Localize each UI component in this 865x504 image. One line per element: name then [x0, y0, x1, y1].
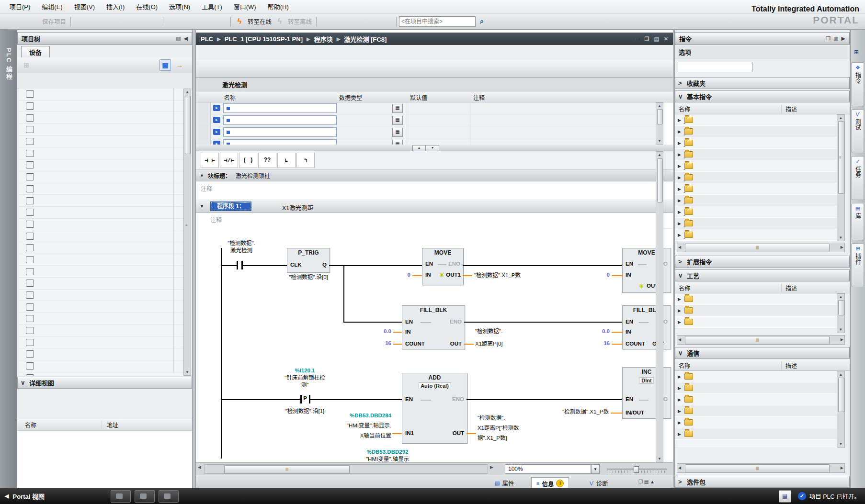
export-icon[interactable]: → [174, 59, 185, 71]
toolbar-icon[interactable] [369, 16, 381, 27]
editor-toolbar-icon[interactable] [224, 63, 236, 75]
zoom-select[interactable]: 100% [505, 464, 591, 474]
expander-icon[interactable]: ▶ [678, 233, 684, 237]
network-collapse-icon[interactable]: ▼ [200, 204, 204, 209]
expander-icon[interactable]: ▶ [678, 409, 684, 414]
block-title-row[interactable]: ▼ 块标题： 激光检测锁柱 [196, 170, 673, 181]
interface-row[interactable]: ▸ ▦ [196, 114, 656, 126]
editor-toolbar-icon[interactable] [448, 63, 460, 75]
tree-item[interactable] [19, 348, 183, 360]
block-comment-row[interactable]: 注释 [196, 181, 673, 200]
tree-item[interactable] [19, 101, 183, 112]
move1-in-value[interactable]: 0 [396, 272, 410, 278]
tab-info[interactable]: ≡信息i [531, 477, 569, 488]
toolbar-icon[interactable] [332, 16, 343, 27]
expander-icon[interactable]: ▶ [678, 308, 684, 313]
tab-properties[interactable]: ▤属性 [490, 477, 519, 488]
toolbar-icon[interactable] [99, 16, 110, 27]
menu-item[interactable]: 项目(P) [4, 0, 36, 12]
expander-icon[interactable]: ▶ [678, 152, 684, 157]
instruction-folder[interactable]: ▶ [675, 183, 837, 195]
expander-icon[interactable]: ▶ [678, 420, 684, 425]
tech-scrollbar[interactable]: ▲▼ [837, 293, 845, 333]
editor-toolbar-icon[interactable] [486, 63, 497, 75]
sort-icon[interactable]: ⊞ [21, 59, 32, 71]
menu-item[interactable]: 在线(O) [130, 0, 163, 12]
expander-icon[interactable]: ▶ [678, 374, 684, 379]
expander-icon[interactable]: ▶ [678, 320, 684, 325]
tree-item[interactable] [19, 336, 183, 348]
instruction-folder[interactable]: ▶ [675, 382, 837, 394]
memory-card-icon[interactable]: ▤ [779, 490, 791, 503]
editor-toolbar-icon[interactable] [349, 63, 360, 75]
tree-scrollbar[interactable]: ▲ ≡ ▼ [183, 89, 191, 376]
editor-toolbar-icon[interactable] [386, 63, 398, 75]
expander-icon[interactable]: ▶ [678, 432, 684, 437]
tree-item[interactable] [19, 372, 183, 376]
instruction-folder[interactable]: ▶ [675, 405, 837, 417]
instruction-folder[interactable]: ▶ [675, 114, 837, 126]
tree-item[interactable] [19, 360, 183, 372]
zoom-dropdown-icon[interactable]: ▼ [591, 464, 600, 474]
tree-item[interactable] [19, 207, 183, 219]
editor-toolbar-icon[interactable] [361, 63, 373, 75]
breadcrumb-item[interactable]: PLC_1 [CPU 1510SP-1 PN] [225, 35, 303, 43]
instruction-folder[interactable]: ▶ [675, 195, 837, 206]
expander-icon[interactable]: ▶ [678, 297, 684, 302]
toolbar-icon[interactable] [204, 16, 215, 27]
fill2-count-value[interactable]: 16 [596, 340, 610, 346]
float-icon[interactable]: ❐ [826, 35, 831, 42]
toolbar-icon[interactable] [111, 16, 123, 27]
inc-block[interactable]: INC DInt EN ENO IN/OUT [622, 367, 671, 419]
fill2-in-value[interactable]: 0.0 [593, 328, 610, 334]
instruction-folder[interactable]: ▶ [675, 417, 837, 428]
basic-hscrollbar[interactable]: ◀ ||| ▶ [677, 243, 845, 252]
inspector-window-icons[interactable]: ❐ ▤ ▲ [638, 479, 655, 484]
fill1-in-value[interactable]: 0.0 [374, 328, 391, 334]
move-block-2[interactable]: MOVE EN ENO IN ✳ OUT1 [622, 248, 671, 293]
tree-item[interactable] [19, 147, 183, 159]
instruction-folder[interactable]: ▶ [675, 428, 837, 440]
add-block[interactable]: ADD Auto (Real) EN ENO IN1 OUT [402, 373, 467, 444]
panel-collapse-icon[interactable]: ▥ [176, 35, 181, 42]
datatype-browse-button[interactable]: ▦ [392, 104, 403, 113]
splitter-up-button[interactable]: ▲ [412, 145, 426, 151]
editor-toolbar-icon[interactable] [324, 63, 335, 75]
editor-toolbar-icon[interactable] [461, 63, 472, 75]
section-option-packages[interactable]: >选件包 [675, 476, 850, 488]
move1-out-operand[interactable]: "检测数据".X1_P数 [474, 272, 570, 279]
go-online-icon[interactable]: ϟ [234, 16, 245, 27]
taskbar-window-button[interactable] [111, 490, 131, 503]
toolbar-icon[interactable] [74, 16, 85, 27]
menu-item[interactable]: 编辑(E) [36, 0, 68, 12]
lad-element-button[interactable]: ⊣/⊢ [220, 153, 238, 168]
details-view-header[interactable]: ∨详细视图 [17, 377, 192, 389]
table-view-icon[interactable]: ▦ [159, 59, 171, 71]
taskbar-window-button[interactable] [135, 490, 155, 503]
close-icon[interactable]: ✕ [664, 36, 668, 42]
tree-item[interactable] [19, 290, 183, 302]
section-extended-instructions[interactable]: >扩展指令 [675, 256, 850, 268]
tab-devices[interactable]: 设备 [21, 46, 50, 57]
menu-item[interactable]: 工具(T) [196, 0, 228, 12]
fill-blk-block-2[interactable]: FILL_BLK EN ENO IN COUNT OUT [622, 305, 671, 349]
lad-element-button[interactable]: ( ) [239, 153, 257, 168]
instruction-folder[interactable]: ▶ [675, 293, 837, 305]
toolbar-icon[interactable] [216, 16, 228, 27]
below-address[interactable]: %DB53.DBD292 [349, 448, 426, 456]
editor-toolbar-icon[interactable] [249, 63, 261, 75]
lad-element-button[interactable]: ?? [258, 153, 276, 168]
network-title[interactable]: X1激光测距 [282, 203, 313, 212]
datatype-browse-button[interactable]: ▦ [392, 116, 403, 125]
contact2-address[interactable]: %I120.1 [268, 367, 342, 374]
go-offline-icon[interactable]: ϟ [274, 16, 285, 27]
expander-icon[interactable]: ▶ [678, 118, 684, 123]
toolbar-icon[interactable] [357, 16, 368, 27]
section-favorites[interactable]: >收藏夹 [675, 77, 850, 89]
editor-toolbar-icon[interactable] [212, 63, 223, 75]
go-offline-button[interactable]: 转至离线 [288, 17, 312, 26]
toolbar-icon[interactable] [136, 16, 148, 27]
zoom-slider[interactable] [607, 469, 667, 470]
portal-view-button[interactable]: ◀ Portal 视图 [5, 492, 45, 501]
toolbar-icon[interactable] [344, 16, 356, 27]
